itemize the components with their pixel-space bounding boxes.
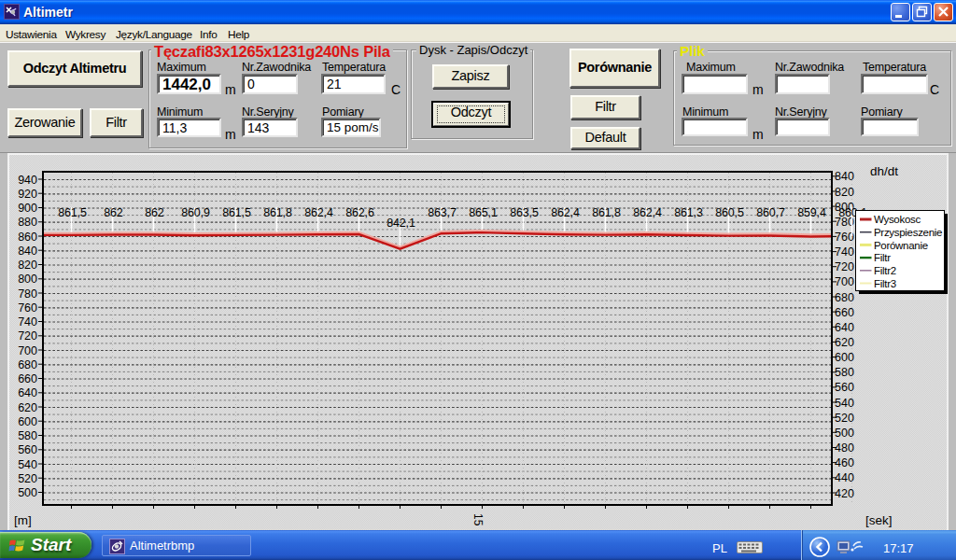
- svg-text:940: 940: [18, 174, 37, 187]
- svg-text:500: 500: [835, 427, 854, 440]
- svg-text:820: 820: [835, 186, 854, 199]
- svg-text:Przyspieszenie: Przyspieszenie: [874, 227, 942, 238]
- svg-text:440: 440: [835, 471, 854, 484]
- svg-text:700: 700: [835, 275, 854, 288]
- svg-text:Filtr: Filtr: [874, 252, 891, 263]
- svg-text:862,6: 862,6: [345, 206, 374, 219]
- svg-text:[m]: [m]: [14, 513, 32, 527]
- svg-text:680: 680: [835, 291, 854, 304]
- svg-text:862: 862: [145, 206, 164, 219]
- svg-text:900: 900: [18, 202, 37, 215]
- svg-text:Wysokosc: Wysokosc: [874, 214, 921, 225]
- svg-text:862,4: 862,4: [304, 206, 333, 219]
- svg-text:840: 840: [18, 245, 37, 258]
- svg-text:862,4: 862,4: [551, 206, 580, 219]
- svg-text:920: 920: [18, 188, 37, 201]
- svg-text:660: 660: [18, 372, 37, 385]
- svg-text:740: 740: [18, 315, 37, 329]
- svg-text:15: 15: [471, 513, 485, 526]
- svg-text:540: 540: [835, 397, 854, 410]
- svg-text:560: 560: [18, 443, 37, 456]
- svg-text:800: 800: [18, 273, 37, 286]
- svg-text:860: 860: [18, 231, 37, 244]
- svg-text:740: 740: [835, 245, 854, 259]
- svg-text:Filtr3: Filtr3: [874, 278, 896, 289]
- svg-text:520: 520: [835, 412, 854, 425]
- svg-text:640: 640: [835, 321, 854, 334]
- svg-text:861,5: 861,5: [58, 206, 87, 219]
- svg-text:862: 862: [104, 206, 123, 219]
- svg-text:600: 600: [18, 415, 37, 428]
- svg-text:620: 620: [18, 401, 37, 414]
- svg-text:[sek]: [sek]: [865, 513, 893, 527]
- svg-text:863,7: 863,7: [428, 206, 457, 219]
- svg-text:520: 520: [18, 472, 37, 485]
- svg-text:859,4: 859,4: [797, 206, 826, 219]
- svg-text:500: 500: [18, 486, 37, 499]
- svg-text:863,5: 863,5: [510, 206, 539, 219]
- svg-text:420: 420: [835, 487, 854, 500]
- svg-text:840: 840: [835, 170, 854, 183]
- svg-text:880: 880: [18, 216, 37, 229]
- svg-text:560: 560: [835, 381, 854, 394]
- svg-text:Porównanie: Porównanie: [874, 240, 928, 251]
- svg-text:760: 760: [18, 301, 37, 315]
- svg-text:820: 820: [18, 259, 37, 272]
- svg-text:660: 660: [835, 306, 854, 319]
- svg-text:860,7: 860,7: [756, 206, 785, 219]
- svg-text:540: 540: [18, 458, 37, 471]
- svg-text:865,1: 865,1: [469, 206, 498, 219]
- svg-text:842,1: 842,1: [387, 217, 415, 230]
- svg-text:680: 680: [18, 358, 37, 371]
- svg-text:861,3: 861,3: [674, 206, 703, 219]
- svg-text:861,5: 861,5: [222, 206, 251, 219]
- svg-text:620: 620: [835, 336, 854, 349]
- svg-text:720: 720: [835, 260, 854, 273]
- svg-text:720: 720: [18, 329, 37, 343]
- svg-text:780: 780: [18, 287, 37, 301]
- svg-text:600: 600: [835, 351, 854, 364]
- svg-text:640: 640: [18, 386, 37, 399]
- svg-text:dh/dt: dh/dt: [870, 164, 898, 178]
- svg-text:860,5: 860,5: [715, 206, 744, 219]
- svg-text:580: 580: [835, 366, 854, 379]
- svg-text:861,8: 861,8: [592, 206, 621, 219]
- svg-text:862,4: 862,4: [633, 206, 662, 219]
- svg-text:Filtr2: Filtr2: [874, 265, 896, 276]
- svg-text:861,8: 861,8: [263, 206, 292, 219]
- svg-text:860,9: 860,9: [181, 206, 210, 219]
- svg-text:460: 460: [835, 456, 854, 469]
- svg-text:700: 700: [18, 344, 37, 357]
- svg-text:580: 580: [18, 429, 37, 442]
- svg-text:480: 480: [835, 441, 854, 455]
